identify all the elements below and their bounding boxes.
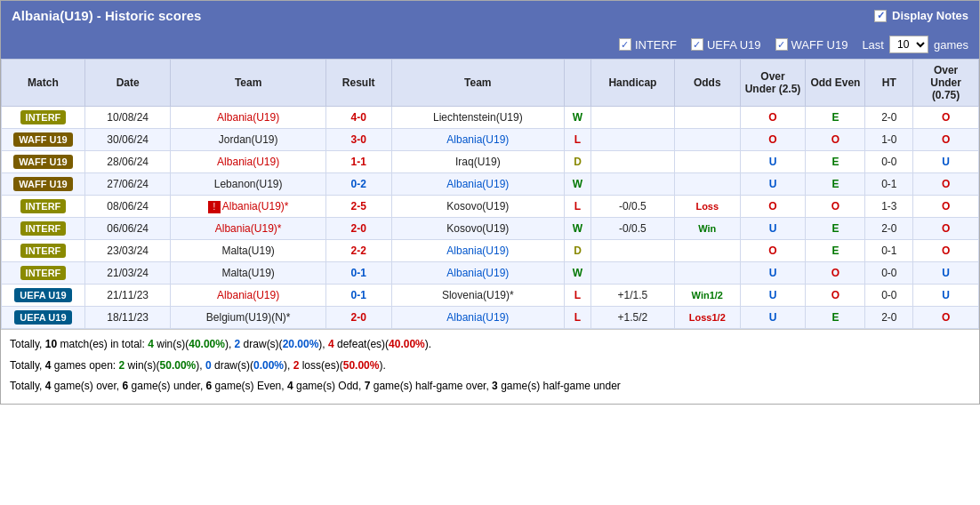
odds-value: Win1/2 — [692, 290, 723, 301]
over-under-075: O — [942, 222, 950, 235]
table-body: INTERF 10/08/24 Albania(U19) 4-0 Liechte… — [2, 107, 979, 329]
table-row: UEFA U19 18/11/23 Belgium(U19)(N)* 2-0 A… — [2, 307, 979, 329]
col-odds: Odds — [674, 60, 740, 107]
over-under-25-cell: O — [740, 196, 806, 218]
odds-cell — [674, 151, 740, 173]
result-score: 2-5 — [351, 200, 366, 212]
filter-bar: ✓ INTERF ✓ UEFA U19 ✓ WAFF U19 Last 10 5… — [1, 30, 979, 59]
open-losses-pct: 50.00% — [343, 359, 380, 372]
result-cell: 1-1 — [325, 151, 391, 173]
team1-name: Lebanon(U19) — [214, 178, 283, 190]
wdl-cell: D — [565, 240, 591, 262]
over-under-075-cell: O — [913, 307, 979, 329]
date-cell: 28/06/24 — [84, 151, 171, 173]
col-handicap: Handicap — [591, 60, 675, 107]
wdl-cell: D — [565, 151, 591, 173]
handicap-cell: +1.5/2 — [591, 307, 675, 329]
col-team2: Team — [391, 60, 564, 107]
table-row: INTERF 10/08/24 Albania(U19) 4-0 Liechte… — [2, 107, 979, 129]
odd-even-cell: O — [806, 129, 865, 151]
handicap-cell — [591, 129, 675, 151]
wdl-indicator: L — [574, 311, 581, 324]
odd-even-cell: E — [806, 307, 865, 329]
over-under-075-cell: O — [913, 218, 979, 240]
total-matches: 10 — [45, 338, 57, 350]
team1-name: Albania(U19) — [217, 111, 279, 124]
over-under-075: O — [942, 178, 950, 190]
odds-cell: Win — [674, 218, 740, 240]
result-cell: 3-0 — [325, 129, 391, 151]
wdl-indicator: L — [574, 200, 581, 212]
date-cell: 06/06/24 — [84, 218, 171, 240]
total-defeats: 4 — [328, 338, 334, 350]
open-losses: 2 — [293, 359, 300, 372]
match-badge-cell: INTERF — [2, 240, 85, 262]
odd-even-value: O — [831, 289, 839, 301]
over-under-25: U — [769, 311, 777, 324]
games-select[interactable]: 10 5 15 20 25 30 — [889, 36, 928, 53]
team1-name: Jordan(U19) — [219, 133, 278, 146]
team2-cell: Liechtenstein(U19) — [391, 107, 564, 129]
odd-even-value: E — [831, 244, 839, 257]
odd-even-value: O — [831, 267, 839, 279]
match-badge-cell: UEFA U19 — [2, 285, 85, 307]
team1-name: Malta(U19) — [221, 267, 274, 279]
result-cell: 2-0 — [325, 307, 391, 329]
wdl-indicator: D — [574, 244, 582, 257]
wdl-indicator: D — [574, 156, 582, 168]
odd-even-cell: E — [806, 218, 865, 240]
col-result: Result — [325, 60, 391, 107]
over-under-075: U — [942, 156, 950, 168]
over-under-075-cell: U — [913, 285, 979, 307]
team1-name: Belgium(U19)(N)* — [206, 311, 291, 324]
open-games: 4 — [45, 359, 52, 372]
match-badge: WAFF U19 — [13, 177, 72, 191]
odds-cell — [674, 240, 740, 262]
interf-label: INTERF — [635, 38, 677, 52]
team1-cell: Lebanon(U19) — [171, 173, 325, 196]
col-over-under-25: Over Under (2.5) — [740, 60, 806, 107]
odds-cell — [674, 129, 740, 151]
over-under-075-cell: O — [913, 107, 979, 129]
col-odd-even: Odd Even — [806, 60, 865, 107]
col-match: Match — [2, 60, 85, 107]
wdl-cell: W — [565, 107, 591, 129]
games-odd: 4 — [287, 380, 293, 392]
waff-checkbox[interactable]: ✓ — [775, 38, 788, 51]
uefa-checkbox[interactable]: ✓ — [691, 38, 703, 51]
summary-line2: Totally, 4 games open: 2 win(s)(50.00%),… — [10, 357, 970, 376]
result-score: 2-0 — [351, 222, 366, 235]
games-label: games — [934, 38, 968, 52]
over-under-25: O — [768, 111, 776, 124]
result-score: 2-2 — [351, 244, 366, 257]
over-under-25: O — [768, 133, 776, 146]
odd-even-value: E — [831, 156, 839, 168]
display-notes-checkbox[interactable]: ✓ — [874, 10, 887, 22]
odd-even-cell: O — [806, 262, 865, 285]
interf-checkbox[interactable]: ✓ — [619, 38, 631, 51]
team2-cell: Albania(U19) — [391, 129, 564, 151]
match-badge-cell: INTERF — [2, 218, 85, 240]
date-cell: 21/11/23 — [84, 285, 171, 307]
open-wins: 2 — [119, 359, 125, 372]
total-wins: 4 — [148, 338, 154, 350]
over-under-075: U — [942, 289, 950, 301]
match-badge: INTERF — [20, 110, 67, 124]
ht-cell: 0-1 — [865, 240, 913, 262]
odds-cell — [674, 107, 740, 129]
draws-pct: 20.00% — [283, 338, 319, 350]
team2-cell: Kosovo(U19) — [391, 218, 564, 240]
uefa-label: UEFA U19 — [707, 38, 761, 52]
summary-section: Totally, 10 match(es) in total: 4 win(s)… — [1, 329, 979, 404]
handicap-cell — [591, 262, 675, 285]
team1-name: !Albania(U19)* — [208, 200, 289, 212]
wdl-cell: L — [565, 196, 591, 218]
over-under-075-cell: O — [913, 240, 979, 262]
date-cell: 30/06/24 — [84, 129, 171, 151]
odds-value: Win — [698, 223, 716, 234]
odd-even-value: O — [831, 133, 839, 146]
handicap-cell: -0/0.5 — [591, 196, 675, 218]
halfgame-over: 7 — [365, 380, 371, 392]
match-badge: INTERF — [20, 244, 67, 258]
result-score: 0-1 — [351, 289, 366, 301]
